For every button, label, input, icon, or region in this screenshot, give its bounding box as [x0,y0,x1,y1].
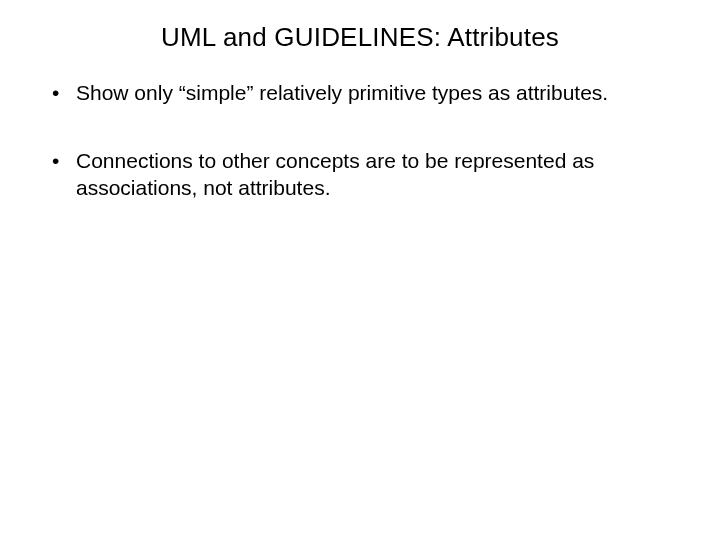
list-item: Show only “simple” relatively primitive … [48,80,672,106]
slide: UML and GUIDELINES: Attributes Show only… [0,0,720,540]
slide-body: Show only “simple” relatively primitive … [48,80,672,243]
slide-title: UML and GUIDELINES: Attributes [0,22,720,53]
list-item: Connections to other concepts are to be … [48,148,672,201]
bullet-list: Show only “simple” relatively primitive … [48,80,672,201]
